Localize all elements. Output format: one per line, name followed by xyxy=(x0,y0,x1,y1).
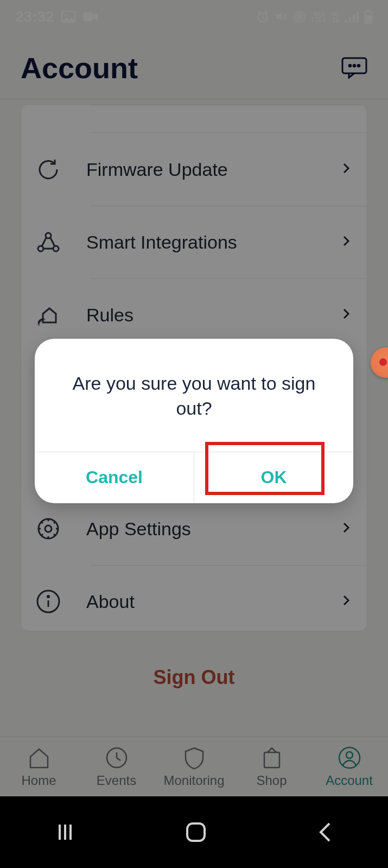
modal-actions: Cancel OK xyxy=(35,452,353,503)
system-nav-bar xyxy=(0,796,388,868)
recents-button[interactable] xyxy=(54,821,76,843)
ok-button[interactable]: OK xyxy=(194,452,353,503)
screen: Account Firmware Update xyxy=(0,0,388,868)
home-button[interactable] xyxy=(184,820,208,844)
signout-modal: Are you sure you want to sign out? Cance… xyxy=(35,339,353,503)
back-button[interactable] xyxy=(316,820,334,844)
cancel-button[interactable]: Cancel xyxy=(35,452,194,503)
svg-rect-29 xyxy=(187,823,205,841)
modal-message: Are you sure you want to sign out? xyxy=(35,339,353,452)
